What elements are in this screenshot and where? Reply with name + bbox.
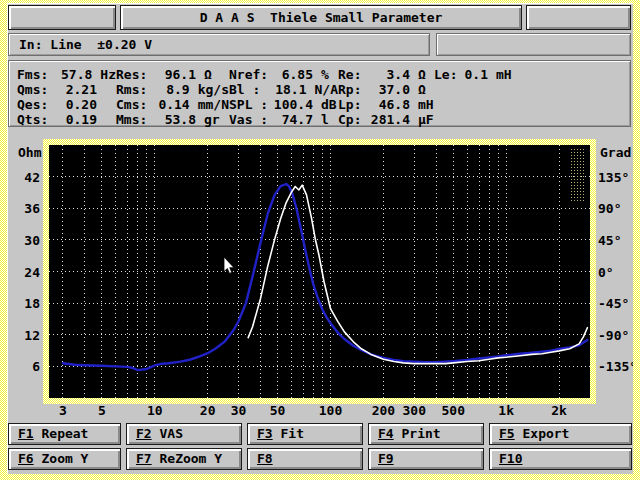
param-label: Le: (434, 67, 462, 82)
param-value: 96.1 (152, 67, 196, 82)
y-right-tick-label: -45° (598, 296, 629, 311)
x-tick-label: 2k (551, 403, 567, 418)
fkey-button-F9[interactable]: F9 (368, 448, 484, 470)
param-value: 53.8 (152, 112, 196, 127)
y-right-tick-label: -135° (598, 359, 633, 374)
fkey-key-label: F9 (378, 451, 394, 466)
parameter-row: Qts:0.19Mms:53.8grVas :74.7lCp:281.4µF (9, 112, 630, 127)
fkey-key-label: F6 (18, 451, 34, 466)
param-value: 0.1 (462, 67, 488, 82)
x-tick-label: 200 (372, 403, 396, 418)
parameter-cell: Rp:37.0Ω (338, 82, 434, 97)
parameter-cell: Cms:0.14mm/N (116, 97, 229, 112)
fkey-action-label: VAS (152, 426, 183, 441)
parameter-row: Fms:57.8HzRes:96.1ΩNref:6.85%Re:3.4ΩLe:0… (9, 67, 630, 82)
parameter-cell: Res:96.1Ω (116, 67, 229, 82)
param-value: 281.4 (366, 112, 410, 127)
param-unit: gr (204, 112, 220, 127)
fkey-button-F6[interactable]: F6 Zoom Y (8, 448, 121, 470)
fkey-button-F10[interactable]: F10 (489, 448, 632, 470)
function-key-bar: F1 RepeatF2 VASF3 FitF4 PrintF5 ExportF6… (8, 423, 632, 470)
fkey-button-F4[interactable]: F4 Print (368, 423, 484, 445)
param-value: 100.4 (271, 97, 313, 112)
y-left-tick-label: 24 (24, 265, 40, 280)
parameter-table: Fms:57.8HzRes:96.1ΩNref:6.85%Re:3.4ΩLe:0… (8, 60, 631, 127)
param-unit: Ω (204, 67, 212, 82)
param-label: Qms: (17, 82, 53, 97)
param-label: Vas : (229, 112, 271, 127)
y-left-axis-title: Ohm (18, 145, 42, 160)
plot-watermark (571, 148, 586, 202)
parameter-cell (434, 97, 630, 112)
param-unit: % (321, 67, 329, 82)
fkey-action-label: ReZoom Y (152, 451, 222, 466)
y-right-tick-label: 0° (598, 265, 614, 280)
fkey-key-label: F8 (257, 451, 273, 466)
param-label: Qts: (17, 112, 53, 127)
param-label: SPL : (229, 97, 271, 112)
parameter-cell: Vas :74.7l (229, 112, 338, 127)
input-level-status: In: Line ±0.20 V (8, 33, 430, 56)
fkey-button-F5[interactable]: F5 Export (489, 423, 632, 445)
y-right-tick-label: 135° (598, 170, 629, 185)
param-label: Bl : (229, 82, 268, 97)
param-unit: mH (418, 97, 434, 112)
parameter-cell: Bl :18.1N/A (229, 82, 338, 97)
fkey-key-label: F7 (136, 451, 152, 466)
model-selector[interactable]: MO: UN12 4 OHM (436, 33, 631, 56)
x-tick-label: 300 (403, 403, 427, 418)
fkey-key-label: F2 (136, 426, 152, 441)
param-unit: mm/N (198, 97, 229, 112)
y-left-tick-label: 6 (32, 359, 40, 374)
fkey-button-F2[interactable]: F2 VAS (126, 423, 242, 445)
fkey-action-label: Zoom Y (34, 451, 89, 466)
param-unit: Hz (100, 67, 116, 82)
parameter-row: Qes:0.20Cms:0.14mm/NSPL :100.4dBLp:46.8m… (9, 97, 630, 112)
y-right-axis-title: Grad (600, 145, 631, 160)
param-label: Res: (116, 67, 152, 82)
param-value: 0.19 (53, 112, 97, 127)
plot-area[interactable] (49, 145, 590, 398)
y-left-tick-label: 36 (24, 201, 40, 216)
parameter-cell (434, 82, 630, 97)
parameter-cell: Nref:6.85% (229, 67, 338, 82)
fkey-button-F8[interactable]: F8 (247, 448, 363, 470)
param-value: 46.8 (366, 97, 410, 112)
param-unit: dB (321, 97, 337, 112)
main-panel: ESCEnd D A A S Thiele Small Parameter In… (7, 3, 633, 474)
param-value: 0.20 (53, 97, 97, 112)
param-label: Rms: (116, 82, 149, 97)
fkey-action-label: Repeat (34, 426, 89, 441)
parameter-cell: Qes:0.20 (17, 97, 116, 112)
param-value: 6.85 (271, 67, 313, 82)
parameter-cell: Fms:57.8Hz (17, 67, 116, 82)
param-value: 18.1 (268, 82, 307, 97)
parameter-cell: Cp:281.4µF (338, 112, 434, 127)
x-tick-label: 50 (270, 403, 286, 418)
param-unit: mH (496, 67, 512, 82)
y-right-tick-label: -90° (598, 328, 629, 343)
fkey-key-label: F5 (499, 426, 515, 441)
parameter-cell: Qms:2.21 (17, 82, 116, 97)
impedance-phase-chart[interactable]: OhmGrad4236302418126135°90°45°0°-45°-90°… (7, 128, 633, 422)
y-left-tick-label: 30 (24, 233, 40, 248)
param-label: Rp: (338, 82, 366, 97)
esc-button[interactable]: ESCEnd (8, 5, 116, 30)
fkey-action-label: Print (394, 426, 441, 441)
param-label: Cms: (116, 97, 149, 112)
param-unit: Ω (418, 67, 426, 82)
y-left-tick-label: 18 (24, 296, 40, 311)
fkey-button-F3[interactable]: F3 Fit (247, 423, 363, 445)
param-label: Fms: (17, 67, 51, 82)
param-unit: kg/s (198, 82, 229, 97)
x-tick-label: 3 (59, 403, 67, 418)
window-title: D A A S Thiele Small Parameter (120, 5, 522, 30)
fkey-key-label: F10 (499, 451, 522, 466)
fkey-button-F7[interactable]: F7 ReZoom Y (126, 448, 242, 470)
chart-panel: OhmGrad4236302418126135°90°45°0°-45°-90°… (7, 128, 633, 422)
parameter-cell (434, 112, 630, 127)
fkey-button-F1[interactable]: F1 Repeat (8, 423, 121, 445)
param-label: Cp: (338, 112, 366, 127)
param-unit: N/A (315, 82, 338, 97)
x-tick-label: 20 (200, 403, 216, 418)
